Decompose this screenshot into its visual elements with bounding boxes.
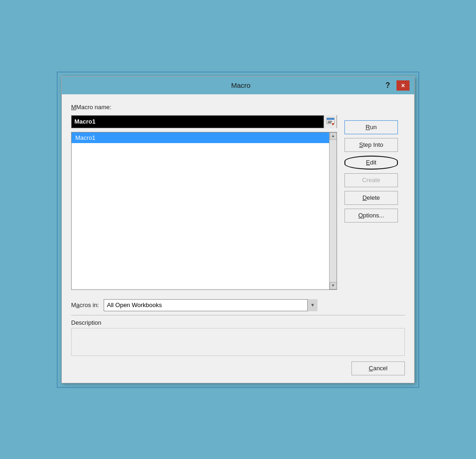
cancel-row: Cancel [71, 361, 405, 375]
macro-icon-button[interactable] [324, 115, 337, 128]
dialog-title: Macro [99, 81, 383, 89]
macro-name-label: MMacro name: [71, 104, 337, 111]
close-button[interactable]: × [397, 80, 410, 91]
macro-name-input[interactable] [72, 116, 324, 128]
svg-rect-3 [328, 122, 331, 123]
list-item[interactable]: Macro1 [72, 132, 329, 143]
macro-name-row [71, 115, 337, 128]
title-controls: ? × [383, 80, 410, 91]
create-button[interactable]: Create [344, 173, 398, 187]
bottom-area: Macros in: All Open Workbooks This Workb… [62, 299, 414, 383]
macros-in-select-wrapper: All Open Workbooks This Workbook ▼ [104, 299, 317, 311]
macros-in-row: Macros in: All Open Workbooks This Workb… [71, 299, 405, 311]
dialog-box: Macro ? × MMacro name: [61, 76, 415, 383]
scroll-up-arrow[interactable]: ▲ [330, 132, 337, 140]
scroll-down-arrow[interactable]: ▼ [330, 282, 337, 289]
delete-button[interactable]: Delete [344, 191, 398, 205]
dialog-content: MMacro name: [62, 94, 414, 299]
dialog-wrapper: Macro ? × MMacro name: [57, 72, 419, 388]
description-label: Description [71, 319, 405, 326]
macros-in-select[interactable]: All Open Workbooks This Workbook [104, 299, 317, 311]
cancel-button[interactable]: Cancel [351, 361, 405, 375]
macro-icon [326, 118, 335, 126]
options-button[interactable]: Options... [344, 209, 398, 223]
edit-button[interactable]: Edit [344, 156, 398, 170]
title-bar: Macro ? × [62, 77, 414, 94]
svg-rect-1 [327, 118, 334, 120]
step-into-button[interactable]: Step Into [344, 138, 398, 152]
help-button[interactable]: ? [383, 80, 393, 91]
svg-rect-2 [328, 121, 332, 122]
separator [71, 315, 405, 315]
description-area [71, 328, 405, 356]
scrollbar-track: ▲ ▼ [329, 132, 337, 289]
macro-list: Macro1 [72, 132, 329, 143]
left-panel: MMacro name: [71, 104, 337, 290]
macros-in-label: Macros in: [71, 302, 99, 308]
macro-list-container: Macro1 ▲ ▼ [71, 132, 337, 290]
right-panel: Run Step Into Edit Create Delete Options… [344, 104, 405, 290]
run-button[interactable]: Run [344, 120, 398, 134]
